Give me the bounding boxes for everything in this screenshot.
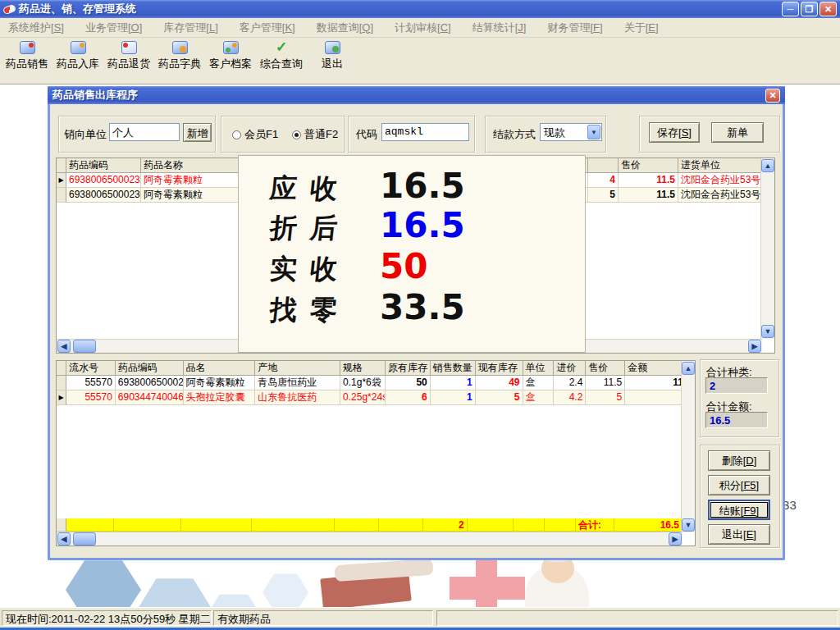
code-label: 代码 xyxy=(356,127,377,142)
lower-table-header: 流水号 药品编码 品名 产地 规格 原有库存 销售数量 现有库存 单位 进价 售… xyxy=(57,361,695,376)
drug-sale-icon xyxy=(20,41,35,54)
lower-table-vscrollbar[interactable]: ▲ ▼ xyxy=(681,361,695,532)
toolbar-customer-file[interactable]: 客户档案 xyxy=(205,41,256,80)
sales-dialog: 药品销售出库程序 ✕ 销向单位 个人 新增 会员F1 普通F2 代码 aqmsk… xyxy=(48,86,785,560)
customer-file-icon xyxy=(223,41,239,54)
scroll-up-icon[interactable]: ▲ xyxy=(682,362,695,375)
exit-button[interactable]: 退出[E] xyxy=(708,524,770,545)
upper-table-vscrollbar[interactable]: ▲ ▼ xyxy=(760,158,774,339)
window-title: 药品进、销、存管理系统 xyxy=(19,2,780,16)
new-order-button[interactable]: 新单 xyxy=(711,122,764,143)
menu-business[interactable]: 业务管理[O] xyxy=(85,21,142,35)
menu-inventory[interactable]: 库存管理[L] xyxy=(163,21,217,35)
menu-about[interactable]: 关于[E] xyxy=(624,21,659,35)
toolbar-exit[interactable]: 退出 xyxy=(307,41,358,80)
status-empty-panel xyxy=(436,610,838,626)
due-label: 应收 xyxy=(268,171,353,208)
sale-unit-label: 销向单位 xyxy=(64,127,107,142)
status-bar: 现在时间:2011-02-22 13点50分59秒 星期二 有效期药品 xyxy=(0,607,840,628)
toolbar-drug-stock-in[interactable]: 药品入库 xyxy=(52,41,103,80)
menu-settlement[interactable]: 结算统计[J] xyxy=(472,21,527,35)
change-value: 33.5 xyxy=(380,287,465,327)
received-label: 实收 xyxy=(268,251,353,288)
scrollbar-thumb[interactable] xyxy=(73,532,96,546)
hexagon-decoration xyxy=(66,559,141,607)
dialog-title: 药品销售出库程序 xyxy=(52,88,765,103)
menu-customer[interactable]: 客户管理[K] xyxy=(240,21,295,35)
change-label: 找零 xyxy=(268,292,353,329)
total-amount-value: 16.5 xyxy=(705,412,768,428)
toolbar-drug-sale[interactable]: 药品销售 xyxy=(2,41,52,80)
toolbar-drug-dictionary[interactable]: 药品字典 xyxy=(154,41,205,80)
scroll-up-icon[interactable]: ▲ xyxy=(761,159,774,172)
status-info: 有效期药品 xyxy=(213,610,433,626)
scroll-down-icon[interactable]: ▼ xyxy=(761,325,774,338)
menu-system[interactable]: 系统维护[S] xyxy=(8,21,64,35)
hexagon-decoration xyxy=(138,577,212,607)
dialog-close-button[interactable]: ✕ xyxy=(765,89,780,103)
delete-button[interactable]: 删除[D] xyxy=(708,450,770,471)
radio-circle-icon xyxy=(232,130,241,139)
toolbar: 药品销售 药品入库 药品退货 药品字典 客户档案 ✓ 综合查询 退出 xyxy=(0,38,840,84)
lower-table-hscrollbar[interactable]: ◀ ▶ xyxy=(57,532,682,546)
total-kinds-value: 2 xyxy=(705,377,768,394)
menu-data-query[interactable]: 数据查询[Q] xyxy=(317,21,373,35)
scroll-left-icon[interactable]: ◀ xyxy=(57,340,71,353)
status-time: 现在时间:2011-02-22 13点50分59秒 星期二 xyxy=(2,610,212,626)
add-unit-button[interactable]: 新增 xyxy=(183,123,212,142)
red-cross-icon xyxy=(450,577,525,600)
member-radio[interactable]: 会员F1 xyxy=(232,127,278,142)
code-input[interactable]: aqmskl xyxy=(381,123,469,141)
normal-radio[interactable]: 普通F2 xyxy=(292,127,338,142)
drug-dictionary-icon xyxy=(172,41,188,54)
radio-selected-icon xyxy=(292,130,301,139)
discount-label: 折后 xyxy=(268,210,353,247)
medicine-box-illustration xyxy=(334,559,433,582)
menu-plan-audit[interactable]: 计划审核[C] xyxy=(395,21,451,35)
payment-select[interactable]: 现款 ▼ xyxy=(540,123,602,141)
checkout-button[interactable]: 结账[F9] xyxy=(708,500,770,520)
hexagon-decoration xyxy=(262,573,308,607)
sale-lines-table: 流水号 药品编码 品名 产地 规格 原有库存 销售数量 现有库存 单位 进价 售… xyxy=(56,360,696,546)
due-value: 16.5 xyxy=(380,166,465,206)
query-check-icon: ✓ xyxy=(274,41,290,54)
toolbar-drug-return[interactable]: 药品退货 xyxy=(103,41,154,80)
payment-label: 结款方式 xyxy=(493,127,536,142)
main-titlebar: 药品进、销、存管理系统 ─ ❐ ✕ xyxy=(0,0,840,18)
points-button[interactable]: 积分[F5] xyxy=(708,475,770,495)
scroll-down-icon[interactable]: ▼ xyxy=(682,518,695,532)
exit-icon xyxy=(325,41,340,54)
table-row[interactable]: ▶ 55570 6903447400461 头孢拉定胶囊 山东鲁抗医药 0.25… xyxy=(57,390,695,405)
scroll-right-icon[interactable]: ▶ xyxy=(748,340,761,353)
scroll-left-icon[interactable]: ◀ xyxy=(57,532,71,546)
total-label: 合计: xyxy=(576,518,614,532)
hexagon-decoration xyxy=(205,593,262,607)
total-amount: 16.5 xyxy=(614,518,682,532)
discount-value: 16.5 xyxy=(380,205,465,245)
dialog-titlebar: 药品销售出库程序 ✕ xyxy=(48,86,785,104)
drug-return-icon xyxy=(121,41,137,54)
scrollbar-thumb[interactable] xyxy=(73,340,96,353)
minimize-button[interactable]: ─ xyxy=(782,2,799,16)
restore-button[interactable]: ❐ xyxy=(801,2,818,16)
total-qty: 2 xyxy=(423,518,468,532)
app-pill-icon xyxy=(2,3,16,15)
save-button[interactable]: 保存[S] xyxy=(649,122,700,143)
chevron-down-icon[interactable]: ▼ xyxy=(587,125,600,139)
payment-overlay: 应收 16.5 折后 16.5 实收 50 找零 33.5 xyxy=(238,155,586,353)
drug-stock-in-icon xyxy=(71,41,86,54)
close-button[interactable]: ✕ xyxy=(819,2,837,16)
menu-bar: 系统维护[S] 业务管理[O] 库存管理[L] 客户管理[K] 数据查询[Q] … xyxy=(0,18,840,38)
menu-finance[interactable]: 财务管理[F] xyxy=(547,21,602,35)
sale-unit-input[interactable]: 个人 xyxy=(109,123,180,141)
scroll-right-icon[interactable]: ▶ xyxy=(669,532,682,546)
table-row[interactable]: 55570 6938006500023 阿奇霉素颗粒 青岛唐恒药业 0.1g*6… xyxy=(57,376,695,390)
toolbar-综合-query[interactable]: ✓ 综合查询 xyxy=(256,41,307,80)
total-row: 2 合计: 16.5 xyxy=(57,518,682,532)
received-value: 50 xyxy=(380,246,427,286)
